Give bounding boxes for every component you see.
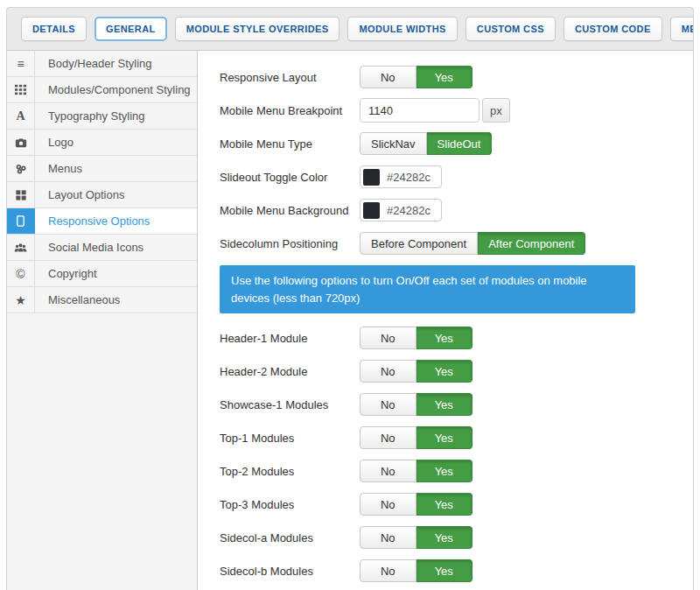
form-row-slideout-toggle-color: Slideout Toggle Color#24282c: [220, 165, 676, 188]
sidebar-item-responsive-options[interactable]: Responsive Options: [7, 208, 197, 235]
sidebar-item-logo[interactable]: Logo: [7, 130, 197, 156]
template-settings-panel: DETAILSGENERALMODULE STYLE OVERRIDESMODU…: [6, 7, 694, 590]
toggle-option-after-component[interactable]: After Component: [478, 232, 585, 255]
form-row-top-3-modules: Top-3 ModulesNoYes: [220, 493, 676, 516]
menu-lines-icon: ≡: [7, 51, 35, 76]
field-label: Slideout Toggle Color: [220, 171, 360, 184]
top-2-modules-toggle: NoYes: [360, 460, 472, 482]
form-row-mobile-menu-type: Mobile Menu TypeSlickNavSlideOut: [220, 132, 676, 155]
tab-module-style-overrides[interactable]: MODULE STYLE OVERRIDES: [175, 17, 340, 41]
toggle-option-no[interactable]: No: [360, 559, 416, 582]
mobile-menu-type-toggle: SlickNavSlideOut: [360, 132, 492, 155]
toggle-option-no[interactable]: No: [360, 526, 416, 549]
field-label: Mobile Menu Background: [220, 204, 360, 217]
share-icon: [7, 156, 35, 181]
toggle-option-yes[interactable]: Yes: [416, 460, 473, 482]
settings-sidebar: ≡Body/Header StylingModules/Component St…: [7, 51, 198, 590]
toggle-option-slideout[interactable]: SlideOut: [427, 132, 493, 155]
sidebar-item-typography-styling[interactable]: ATypography Styling: [7, 103, 197, 130]
users-icon: [7, 235, 35, 260]
sidebar-item-label: Menus: [35, 156, 82, 181]
settings-body: ≡Body/Header StylingModules/Component St…: [7, 50, 693, 590]
field-label: Header-1 Module: [220, 332, 360, 345]
header-1-module-toggle: NoYes: [360, 327, 472, 349]
sidebar-item-label: Responsive Options: [35, 208, 150, 234]
field-label: Mobile Menu Type: [220, 137, 360, 151]
toggle-option-no[interactable]: No: [360, 360, 416, 383]
color-value: #24282c: [387, 171, 430, 184]
tab-bar: DETAILSGENERALMODULE STYLE OVERRIDESMODU…: [7, 8, 693, 50]
tab-custom-css[interactable]: CUSTOM CSS: [466, 17, 556, 41]
sidebar-item-miscellaneous[interactable]: ★Miscellaneous: [7, 287, 197, 313]
sidebar-item-label: Body/Header Styling: [35, 51, 152, 76]
field-label: Header-2 Module: [220, 365, 360, 378]
camera-icon: [7, 130, 35, 155]
sidebar-item-body-header-styling[interactable]: ≡Body/Header Styling: [7, 51, 197, 77]
field-label: Showcase-1 Modules: [220, 398, 360, 411]
showcase-1-modules-toggle: NoYes: [360, 393, 472, 416]
field-label: Sidecol-a Modules: [220, 531, 360, 544]
tab-module-widths[interactable]: MODULE WIDTHS: [347, 17, 457, 41]
slideout-toggle-color-colorpicker[interactable]: #24282c: [360, 165, 442, 188]
form-row-sidecol-a-modules: Sidecol-a ModulesNoYes: [220, 526, 676, 549]
field-label: Top-3 Modules: [220, 498, 360, 511]
info-row: Use the following options to turn On/Off…: [220, 265, 676, 313]
toggle-option-yes[interactable]: Yes: [416, 426, 473, 449]
field-label: Top-2 Modules: [220, 465, 360, 478]
toggle-option-no[interactable]: No: [360, 327, 416, 349]
toggle-option-no[interactable]: No: [360, 460, 416, 482]
font-icon: A: [7, 103, 35, 129]
toggle-option-no[interactable]: No: [360, 66, 416, 88]
form-row-top-1-modules: Top-1 ModulesNoYes: [220, 426, 676, 449]
tab-menu-assignment[interactable]: MENU ASSIGNMENT: [670, 17, 694, 41]
mobile-menu-breakpoint-input[interactable]: [360, 98, 480, 123]
sidebar-item-label: Layout Options: [35, 182, 124, 207]
settings-form: Responsive LayoutNoYesMobile Menu Breakp…: [198, 51, 693, 590]
toggle-option-yes[interactable]: Yes: [416, 493, 473, 516]
form-row-header-1-module: Header-1 ModuleNoYes: [220, 327, 676, 349]
toggle-option-yes[interactable]: Yes: [416, 327, 473, 349]
toggle-option-yes[interactable]: Yes: [416, 559, 473, 582]
mobile-menu-background-colorpicker[interactable]: #24282c: [360, 199, 442, 221]
sidebar-item-label: Typography Styling: [35, 103, 145, 129]
sidebar-item-menus[interactable]: Menus: [7, 156, 197, 182]
field-label: Sidecol-b Modules: [220, 565, 360, 578]
toggle-option-before-component[interactable]: Before Component: [360, 232, 478, 255]
toggle-option-yes[interactable]: Yes: [416, 360, 473, 383]
star-icon: ★: [7, 287, 35, 313]
sidebar-item-modules-component-styling[interactable]: Modules/Component Styling: [7, 77, 197, 103]
unit-addon: px: [482, 98, 510, 123]
toggle-option-no[interactable]: No: [360, 426, 416, 449]
header-2-module-toggle: NoYes: [360, 360, 472, 383]
responsive-layout-toggle: NoYes: [360, 66, 472, 88]
sidebar-item-layout-options[interactable]: Layout Options: [7, 182, 197, 208]
form-row-responsive-layout: Responsive LayoutNoYes: [220, 66, 676, 88]
sidecol-b-modules-toggle: NoYes: [360, 559, 472, 582]
color-swatch: [363, 202, 380, 219]
tab-general[interactable]: GENERAL: [94, 17, 167, 41]
copyright-icon: ©: [7, 261, 35, 286]
form-row-sidecol-b-modules: Sidecol-b ModulesNoYes: [220, 559, 676, 582]
form-row-mobile-menu-background: Mobile Menu Background#24282c: [220, 199, 676, 221]
sidebar-item-label: Modules/Component Styling: [35, 77, 191, 102]
tab-details[interactable]: DETAILS: [21, 17, 87, 41]
grid-large-icon: [7, 182, 35, 207]
form-row-sidecolumn-positioning: Sidecolumn PositioningBefore ComponentAf…: [220, 232, 676, 255]
toggle-option-yes[interactable]: Yes: [416, 526, 473, 549]
field-label: Responsive Layout: [220, 71, 360, 84]
toggle-option-yes[interactable]: Yes: [416, 66, 473, 88]
grid-icon: [7, 77, 35, 102]
form-row-mobile-menu-breakpoint: Mobile Menu Breakpointpx: [220, 99, 676, 122]
top-1-modules-toggle: NoYes: [360, 426, 472, 449]
toggle-option-no[interactable]: No: [360, 493, 416, 516]
sidebar-item-social-media-icons[interactable]: Social Media Icons: [7, 235, 197, 261]
toggle-option-no[interactable]: No: [360, 393, 416, 416]
toggle-option-yes[interactable]: Yes: [416, 393, 473, 416]
toggle-option-slicknav[interactable]: SlickNav: [360, 132, 427, 155]
sidebar-item-label: Logo: [35, 130, 74, 155]
sidecolumn-positioning-toggle: Before ComponentAfter Component: [360, 232, 585, 255]
tab-custom-code[interactable]: CUSTOM CODE: [564, 17, 662, 41]
color-swatch: [363, 169, 380, 186]
form-row-top-2-modules: Top-2 ModulesNoYes: [220, 460, 676, 482]
sidebar-item-copyright[interactable]: ©Copyright: [7, 261, 197, 287]
